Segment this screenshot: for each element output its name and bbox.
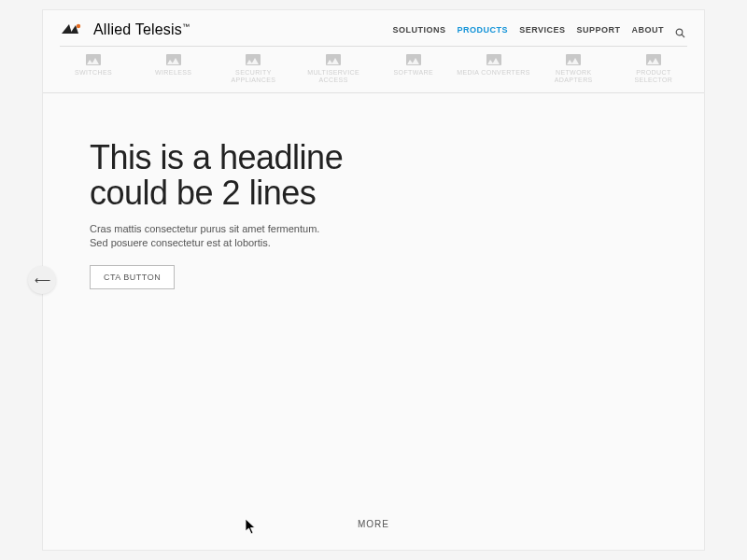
placeholder-image-icon <box>566 54 581 65</box>
placeholder-image-icon <box>326 54 341 65</box>
category-label: MEDIA CONVERTERS <box>457 69 530 77</box>
hero-body-line2: Sed posuere consectetur est at lobortis. <box>90 237 271 248</box>
arrow-left-icon: ⟵ <box>35 273 50 287</box>
nav-products[interactable]: PRODUCTS <box>458 25 509 35</box>
hero-headline-line1: This is a headline <box>90 138 343 176</box>
svg-line-4 <box>682 35 684 37</box>
svg-marker-0 <box>62 24 72 34</box>
brand-name-bold: Allied <box>93 21 131 37</box>
category-label: SOFTWARE <box>394 69 434 77</box>
hero-headline: This is a headline could be 2 lines <box>90 140 472 211</box>
category-label: SWITCHES <box>75 69 112 77</box>
svg-point-3 <box>676 29 683 35</box>
hero: This is a headline could be 2 lines Cras… <box>43 93 472 288</box>
nav-services[interactable]: SERVICES <box>519 25 565 35</box>
more-link[interactable]: MORE <box>358 519 389 529</box>
category-label: NETWORK ADAPTERS <box>536 69 611 83</box>
placeholder-image-icon <box>166 54 181 65</box>
placeholder-image-icon <box>246 54 261 65</box>
category-bar: SWITCHES WIRELESS SECURITY APPLIANCES MU… <box>43 47 704 93</box>
page: Allied Telesis™ SOLUTIONS PRODUCTS SERVI… <box>42 9 705 551</box>
nav-solutions[interactable]: SOLUTIONS <box>393 25 446 35</box>
nav-support[interactable]: SUPPORT <box>576 25 620 35</box>
category-switches[interactable]: SWITCHES <box>56 54 131 83</box>
category-label: WIRELESS <box>155 69 191 77</box>
placeholder-image-icon <box>86 54 101 65</box>
category-security-appliances[interactable]: SECURITY APPLIANCES <box>216 54 290 83</box>
brand-name: Allied Telesis™ <box>93 21 190 38</box>
placeholder-image-icon <box>486 54 501 65</box>
hero-headline-line2: could be 2 lines <box>90 174 316 212</box>
category-label: SECURITY APPLIANCES <box>216 69 290 83</box>
category-label: MULTISERVICE ACCESS <box>296 69 371 83</box>
trademark-symbol: ™ <box>182 22 190 31</box>
search-icon[interactable] <box>675 25 685 35</box>
category-wireless[interactable]: WIRELESS <box>136 54 211 83</box>
category-label: PRODUCT SELECTOR <box>616 69 691 83</box>
nav-about[interactable]: ABOUT <box>632 25 665 35</box>
hero-body-line1: Cras mattis consectetur purus sit amet f… <box>90 223 319 234</box>
logo-mark-icon <box>62 21 90 38</box>
hero-body: Cras mattis consectetur purus sit amet f… <box>90 222 472 250</box>
category-product-selector[interactable]: PRODUCT SELECTOR <box>616 54 691 83</box>
category-media-converters[interactable]: MEDIA CONVERTERS <box>457 54 531 83</box>
svg-point-2 <box>77 24 80 28</box>
category-network-adapters[interactable]: NETWORK ADAPTERS <box>536 54 611 83</box>
placeholder-image-icon <box>646 54 661 65</box>
carousel-prev-handle[interactable]: ⟵ <box>28 266 56 294</box>
category-multiservice-access[interactable]: MULTISERVICE ACCESS <box>296 54 371 83</box>
top-nav: SOLUTIONS PRODUCTS SERVICES SUPPORT ABOU… <box>393 25 685 35</box>
cta-button[interactable]: CTA BUTTON <box>90 265 175 289</box>
brand-name-light: Telesis <box>135 21 182 37</box>
brand-logo[interactable]: Allied Telesis™ <box>62 21 190 38</box>
category-software[interactable]: SOFTWARE <box>376 54 451 83</box>
header: Allied Telesis™ SOLUTIONS PRODUCTS SERVI… <box>43 10 704 46</box>
placeholder-image-icon <box>406 54 421 65</box>
